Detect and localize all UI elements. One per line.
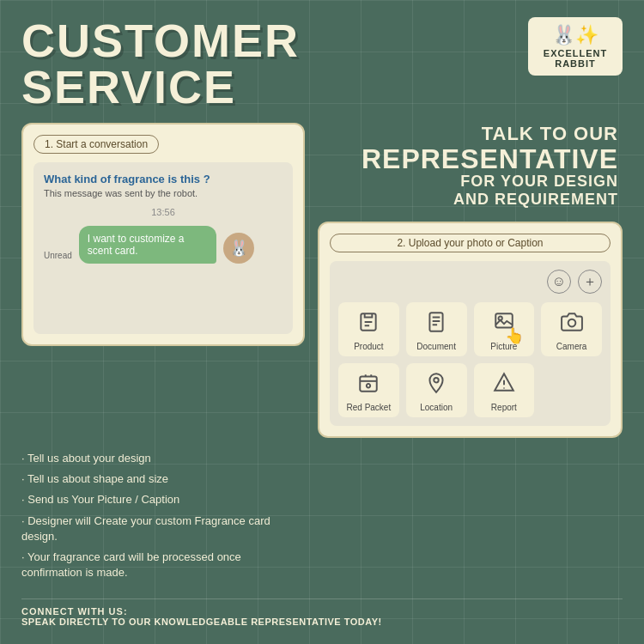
report-label: Report (491, 403, 517, 412)
bullet-1: · Tell us about your design (21, 451, 305, 466)
left-panel: 1. Start a conversation What kind of fra… (21, 123, 305, 438)
logo-line2: RABBIT (537, 58, 614, 69)
chat-question: What kind of fragrance is this ? (44, 173, 283, 185)
header-area: CUSTOMER SERVICE 🐰✨ EXCELLENT RABBIT (21, 17, 623, 110)
avatar: 🐰 (223, 233, 254, 264)
report-icon (493, 372, 515, 399)
rep-line3: FOR YOUR DESIGN (318, 173, 618, 191)
step2-badge: 2. Upload your photo or Caption (330, 234, 611, 252)
upload-product[interactable]: Product (338, 302, 399, 356)
chat-container: 1. Start a conversation What kind of fra… (21, 123, 305, 346)
chat-bottom: Unread I want to customize a scent card.… (44, 226, 283, 264)
upload-document[interactable]: Document (406, 302, 467, 356)
upload-picture[interactable]: 👆 Picture (474, 302, 535, 356)
connect-footer: CONNECT WITH US: SPEAK DIRECTLY TO OUR K… (21, 598, 623, 627)
bullet-4: · Designer will Create your custom Fragr… (21, 513, 305, 544)
upload-report[interactable]: Report (474, 363, 535, 417)
svg-point-6 (367, 384, 370, 387)
product-label: Product (354, 342, 383, 351)
page-container: CUSTOMER SERVICE 🐰✨ EXCELLENT RABBIT 1. … (0, 0, 644, 644)
logo-area: 🐰✨ EXCELLENT RABBIT (528, 17, 623, 76)
camera-icon (561, 311, 583, 338)
upload-grid: Product Document (338, 302, 602, 417)
camera-label: Camera (556, 342, 587, 351)
svg-rect-1 (430, 313, 443, 331)
location-icon (425, 372, 447, 399)
page-title: CUSTOMER SERVICE (21, 17, 528, 110)
bullet-3: · Send us Your Picture / Caption (21, 492, 305, 507)
svg-point-7 (434, 378, 438, 382)
upload-window: ☺ ＋ (330, 261, 611, 426)
document-icon (425, 311, 447, 338)
rep-line1: TALK TO OUR (318, 123, 618, 145)
user-bubble: I want to customize a scent card. (79, 226, 216, 264)
picture-icon: 👆 (493, 311, 515, 338)
chat-window: What kind of fragrance is this ? This me… (33, 162, 293, 334)
upload-icons-top: ☺ ＋ (338, 270, 602, 294)
product-icon (357, 311, 380, 338)
bullet-list: · Tell us about your design · Tell us ab… (21, 451, 305, 586)
upload-container: 2. Upload your photo or Caption ☺ ＋ (318, 222, 623, 438)
cursor-icon: 👆 (505, 326, 524, 345)
connect-text: SPEAK DIRECTLY TO OUR KNOWLEDGEABLE REPR… (21, 617, 623, 627)
unread-label: Unread (44, 251, 72, 260)
logo-icon: 🐰✨ (537, 24, 614, 46)
document-label: Document (416, 342, 456, 351)
bullet-2: · Tell us about shape and size (21, 471, 305, 487)
rep-line2: REPRESENTATIVE (318, 145, 618, 173)
rep-line4: AND REQUIREMENT (318, 191, 618, 209)
location-label: Location (420, 403, 453, 412)
emoji-icon[interactable]: ☺ (547, 270, 571, 294)
redpacket-icon (357, 372, 380, 399)
logo-line1: EXCELLENT (537, 48, 614, 58)
step1-badge: 1. Start a conversation (33, 135, 159, 154)
svg-point-4 (568, 319, 575, 327)
upload-location[interactable]: Location (406, 363, 467, 417)
chat-timestamp: 13:56 (44, 207, 283, 217)
connect-label: CONNECT WITH US: (21, 606, 623, 617)
bullet-5: · Your fragrance card will be processed … (21, 550, 305, 580)
bot-message: What kind of fragrance is this ? This me… (44, 173, 283, 198)
upload-camera[interactable]: Camera (541, 302, 602, 356)
main-content: 1. Start a conversation What kind of fra… (21, 123, 623, 438)
representative-text: TALK TO OUR REPRESENTATIVE FOR YOUR DESI… (318, 123, 623, 209)
right-panel: TALK TO OUR REPRESENTATIVE FOR YOUR DESI… (318, 123, 623, 438)
chat-sub: This message was sent by the robot. (44, 188, 283, 198)
add-icon[interactable]: ＋ (578, 270, 602, 294)
bottom-content: · Tell us about your design · Tell us ab… (21, 451, 623, 586)
redpacket-label: Red Packet (347, 403, 392, 412)
upload-redpacket[interactable]: Red Packet (338, 363, 399, 417)
